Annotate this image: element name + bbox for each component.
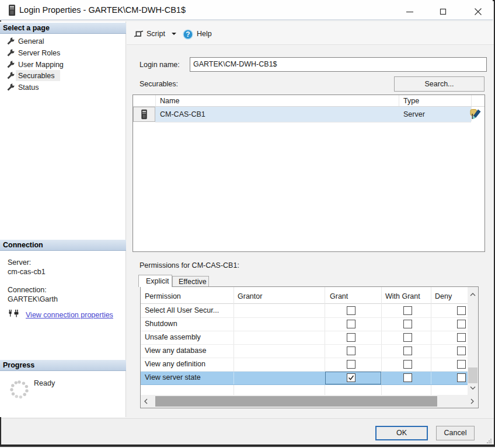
svg-text:?: ? [186,30,190,38]
